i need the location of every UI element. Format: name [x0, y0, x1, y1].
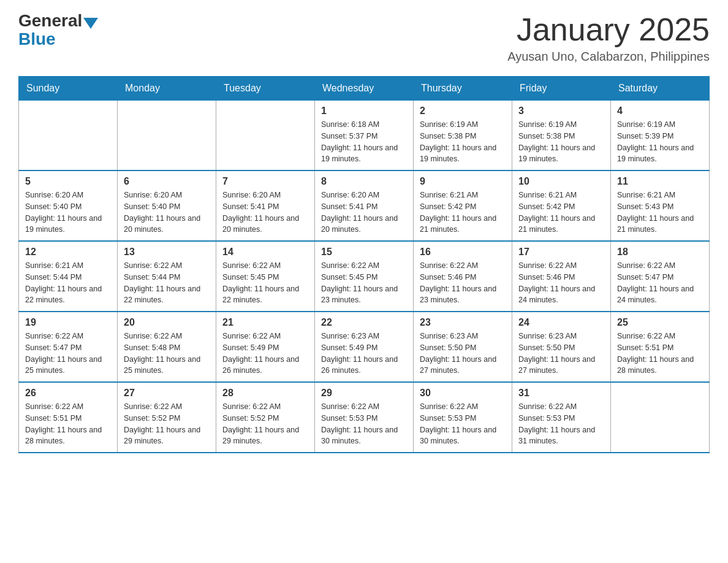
- calendar-cell: 5Sunrise: 6:20 AM Sunset: 5:40 PM Daylig…: [19, 170, 118, 241]
- logo-triangle-icon: [83, 18, 98, 29]
- calendar-cell: 31Sunrise: 6:22 AM Sunset: 5:53 PM Dayli…: [512, 382, 611, 453]
- day-info: Sunrise: 6:22 AM Sunset: 5:47 PM Dayligh…: [617, 260, 703, 306]
- day-number: 22: [321, 317, 407, 328]
- day-info: Sunrise: 6:21 AM Sunset: 5:43 PM Dayligh…: [617, 190, 703, 236]
- day-number: 5: [25, 176, 111, 187]
- day-info: Sunrise: 6:22 AM Sunset: 5:44 PM Dayligh…: [124, 260, 210, 306]
- calendar-cell: 30Sunrise: 6:22 AM Sunset: 5:53 PM Dayli…: [414, 382, 512, 453]
- day-info: Sunrise: 6:22 AM Sunset: 5:49 PM Dayligh…: [222, 331, 308, 377]
- calendar-cell: 15Sunrise: 6:22 AM Sunset: 5:45 PM Dayli…: [315, 241, 414, 312]
- day-info: Sunrise: 6:22 AM Sunset: 5:51 PM Dayligh…: [617, 331, 703, 377]
- calendar-cell: [19, 101, 118, 171]
- day-of-week-header: Friday: [512, 77, 611, 101]
- day-info: Sunrise: 6:23 AM Sunset: 5:50 PM Dayligh…: [518, 331, 604, 377]
- day-info: Sunrise: 6:22 AM Sunset: 5:45 PM Dayligh…: [222, 260, 308, 306]
- day-number: 18: [617, 247, 703, 258]
- page-header: General Blue January 2025 Ayusan Uno, Ca…: [18, 12, 710, 64]
- calendar-week-row: 1Sunrise: 6:18 AM Sunset: 5:37 PM Daylig…: [19, 101, 710, 171]
- calendar-cell: 21Sunrise: 6:22 AM Sunset: 5:49 PM Dayli…: [216, 312, 315, 382]
- day-info: Sunrise: 6:22 AM Sunset: 5:46 PM Dayligh…: [420, 260, 506, 306]
- calendar-cell: 1Sunrise: 6:18 AM Sunset: 5:37 PM Daylig…: [315, 101, 414, 171]
- day-of-week-header: Saturday: [611, 77, 710, 101]
- day-info: Sunrise: 6:20 AM Sunset: 5:41 PM Dayligh…: [222, 190, 308, 236]
- day-info: Sunrise: 6:19 AM Sunset: 5:39 PM Dayligh…: [617, 119, 703, 165]
- day-number: 1: [321, 105, 407, 117]
- calendar-cell: [216, 101, 315, 171]
- day-number: 6: [124, 176, 210, 187]
- day-of-week-header: Sunday: [19, 77, 118, 101]
- calendar-cell: 13Sunrise: 6:22 AM Sunset: 5:44 PM Dayli…: [118, 241, 216, 312]
- day-number: 7: [222, 176, 308, 187]
- day-number: 25: [617, 317, 703, 328]
- day-of-week-header: Wednesday: [315, 77, 414, 101]
- day-number: 2: [420, 105, 506, 117]
- calendar-cell: 4Sunrise: 6:19 AM Sunset: 5:39 PM Daylig…: [611, 101, 710, 171]
- day-info: Sunrise: 6:23 AM Sunset: 5:49 PM Dayligh…: [321, 331, 407, 377]
- calendar-header-row: SundayMondayTuesdayWednesdayThursdayFrid…: [19, 77, 710, 101]
- day-info: Sunrise: 6:19 AM Sunset: 5:38 PM Dayligh…: [420, 119, 506, 165]
- calendar-header: SundayMondayTuesdayWednesdayThursdayFrid…: [19, 77, 710, 101]
- day-info: Sunrise: 6:22 AM Sunset: 5:52 PM Dayligh…: [124, 401, 210, 447]
- calendar-week-row: 12Sunrise: 6:21 AM Sunset: 5:44 PM Dayli…: [19, 241, 710, 312]
- day-info: Sunrise: 6:18 AM Sunset: 5:37 PM Dayligh…: [321, 119, 407, 165]
- day-number: 10: [518, 176, 604, 187]
- day-number: 12: [25, 247, 111, 258]
- day-number: 20: [124, 317, 210, 328]
- calendar-cell: 24Sunrise: 6:23 AM Sunset: 5:50 PM Dayli…: [512, 312, 611, 382]
- calendar-cell: 2Sunrise: 6:19 AM Sunset: 5:38 PM Daylig…: [414, 101, 512, 171]
- day-info: Sunrise: 6:22 AM Sunset: 5:53 PM Dayligh…: [321, 401, 407, 447]
- calendar-table: SundayMondayTuesdayWednesdayThursdayFrid…: [18, 76, 710, 453]
- title-block: January 2025 Ayusan Uno, Calabarzon, Phi…: [507, 12, 710, 64]
- calendar-week-row: 19Sunrise: 6:22 AM Sunset: 5:47 PM Dayli…: [19, 312, 710, 382]
- day-number: 11: [617, 176, 703, 187]
- calendar-cell: 11Sunrise: 6:21 AM Sunset: 5:43 PM Dayli…: [611, 170, 710, 241]
- logo: General Blue: [18, 12, 99, 49]
- day-of-week-header: Monday: [118, 77, 216, 101]
- day-number: 26: [25, 388, 111, 399]
- day-info: Sunrise: 6:22 AM Sunset: 5:53 PM Dayligh…: [518, 401, 604, 447]
- logo-general-text: General: [18, 12, 82, 29]
- day-info: Sunrise: 6:22 AM Sunset: 5:52 PM Dayligh…: [222, 401, 308, 447]
- calendar-cell: 10Sunrise: 6:21 AM Sunset: 5:42 PM Dayli…: [512, 170, 611, 241]
- calendar-cell: 12Sunrise: 6:21 AM Sunset: 5:44 PM Dayli…: [19, 241, 118, 312]
- day-info: Sunrise: 6:22 AM Sunset: 5:48 PM Dayligh…: [124, 331, 210, 377]
- day-info: Sunrise: 6:22 AM Sunset: 5:45 PM Dayligh…: [321, 260, 407, 306]
- calendar-cell: 14Sunrise: 6:22 AM Sunset: 5:45 PM Dayli…: [216, 241, 315, 312]
- calendar-cell: 7Sunrise: 6:20 AM Sunset: 5:41 PM Daylig…: [216, 170, 315, 241]
- day-info: Sunrise: 6:23 AM Sunset: 5:50 PM Dayligh…: [420, 331, 506, 377]
- calendar-cell: 8Sunrise: 6:20 AM Sunset: 5:41 PM Daylig…: [315, 170, 414, 241]
- day-info: Sunrise: 6:21 AM Sunset: 5:42 PM Dayligh…: [420, 190, 506, 236]
- calendar-cell: [611, 382, 710, 453]
- logo-blue-text: Blue: [18, 29, 56, 49]
- day-number: 30: [420, 388, 506, 399]
- day-info: Sunrise: 6:19 AM Sunset: 5:38 PM Dayligh…: [518, 119, 604, 165]
- calendar-cell: 26Sunrise: 6:22 AM Sunset: 5:51 PM Dayli…: [19, 382, 118, 453]
- calendar-cell: 6Sunrise: 6:20 AM Sunset: 5:40 PM Daylig…: [118, 170, 216, 241]
- day-number: 4: [617, 105, 703, 117]
- day-number: 3: [518, 105, 604, 117]
- calendar-body: 1Sunrise: 6:18 AM Sunset: 5:37 PM Daylig…: [19, 101, 710, 453]
- day-info: Sunrise: 6:22 AM Sunset: 5:51 PM Dayligh…: [25, 401, 111, 447]
- day-info: Sunrise: 6:20 AM Sunset: 5:41 PM Dayligh…: [321, 190, 407, 236]
- day-number: 16: [420, 247, 506, 258]
- calendar-cell: 20Sunrise: 6:22 AM Sunset: 5:48 PM Dayli…: [118, 312, 216, 382]
- calendar-cell: 27Sunrise: 6:22 AM Sunset: 5:52 PM Dayli…: [118, 382, 216, 453]
- page-title: January 2025: [507, 12, 710, 47]
- day-number: 31: [518, 388, 604, 399]
- day-of-week-header: Tuesday: [216, 77, 315, 101]
- calendar-cell: 17Sunrise: 6:22 AM Sunset: 5:46 PM Dayli…: [512, 241, 611, 312]
- day-number: 13: [124, 247, 210, 258]
- day-info: Sunrise: 6:22 AM Sunset: 5:53 PM Dayligh…: [420, 401, 506, 447]
- day-info: Sunrise: 6:20 AM Sunset: 5:40 PM Dayligh…: [124, 190, 210, 236]
- calendar-cell: 9Sunrise: 6:21 AM Sunset: 5:42 PM Daylig…: [414, 170, 512, 241]
- calendar-cell: 16Sunrise: 6:22 AM Sunset: 5:46 PM Dayli…: [414, 241, 512, 312]
- day-info: Sunrise: 6:20 AM Sunset: 5:40 PM Dayligh…: [25, 190, 111, 236]
- day-number: 24: [518, 317, 604, 328]
- day-number: 28: [222, 388, 308, 399]
- day-info: Sunrise: 6:22 AM Sunset: 5:47 PM Dayligh…: [25, 331, 111, 377]
- day-number: 23: [420, 317, 506, 328]
- calendar-cell: 29Sunrise: 6:22 AM Sunset: 5:53 PM Dayli…: [315, 382, 414, 453]
- subtitle: Ayusan Uno, Calabarzon, Philippines: [507, 50, 710, 64]
- day-number: 29: [321, 388, 407, 399]
- calendar-cell: 28Sunrise: 6:22 AM Sunset: 5:52 PM Dayli…: [216, 382, 315, 453]
